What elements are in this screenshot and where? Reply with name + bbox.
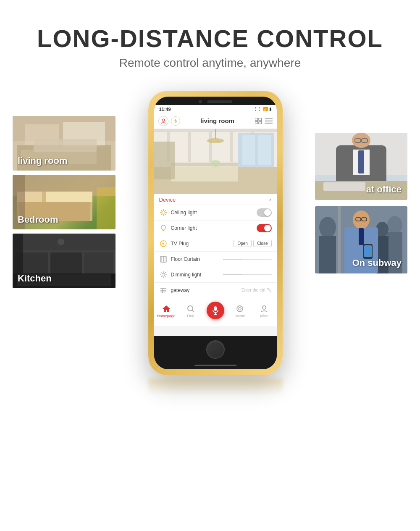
- scene-label: Scene: [234, 314, 245, 318]
- phone-home-button-area: [154, 336, 277, 363]
- svg-rect-27: [259, 118, 262, 121]
- page-title: LONG-DISTANCE CONTROL: [8, 25, 412, 52]
- ceiling-light-toggle[interactable]: [257, 208, 272, 217]
- floor-curtain-slider[interactable]: [223, 259, 272, 260]
- nav-item-homepage[interactable]: Homepage: [154, 305, 178, 318]
- dimming-light-name: Dimming light: [171, 272, 220, 278]
- nav-item-find[interactable]: Find: [178, 305, 203, 318]
- grid-icon[interactable]: [255, 118, 262, 124]
- svg-line-72: [165, 272, 166, 273]
- bedroom-label: Bedroom: [18, 214, 58, 225]
- svg-line-59: [161, 214, 162, 215]
- left-room-column: living room Bedroom: [13, 116, 116, 288]
- svg-rect-50: [154, 142, 175, 179]
- user-settings-icon[interactable]: [158, 116, 168, 126]
- dimming-light-icon: [159, 271, 168, 279]
- corner-light-icon: [159, 224, 168, 232]
- svg-line-58: [165, 210, 166, 211]
- close-button[interactable]: Close: [253, 240, 272, 247]
- device-section: Device ∧: [154, 194, 277, 298]
- home-button[interactable]: [206, 340, 225, 359]
- room-image-kitchen[interactable]: Kitchen: [13, 234, 116, 288]
- svg-rect-21: [84, 252, 113, 273]
- svg-line-73: [161, 276, 162, 277]
- device-item-ceiling-light: Ceiling light: [154, 205, 277, 220]
- svg-rect-37: [188, 132, 191, 162]
- mic-icon: [212, 306, 219, 315]
- device-item-floor-curtain: Floor Curtain: [154, 251, 277, 267]
- header-right-icons: [255, 118, 273, 124]
- svg-point-105: [353, 210, 370, 229]
- app-room-title: living room: [183, 117, 252, 124]
- mine-label: Mine: [260, 314, 269, 318]
- open-button[interactable]: Open: [234, 240, 251, 247]
- device-section-label: Device: [159, 197, 176, 203]
- corner-light-toggle[interactable]: [257, 224, 272, 232]
- svg-point-65: [162, 273, 165, 276]
- find-label: Find: [187, 314, 194, 318]
- mic-button[interactable]: [207, 302, 224, 319]
- svg-rect-112: [338, 206, 341, 273]
- phone-bottom-bar: [154, 363, 277, 369]
- home-nav-icon: [162, 305, 171, 313]
- app-interior-scene: [154, 129, 277, 194]
- list-icon[interactable]: [265, 118, 273, 124]
- svg-rect-60: [163, 230, 164, 231]
- dimming-light-slider[interactable]: [223, 274, 272, 275]
- nav-item-scene[interactable]: Scene: [228, 305, 252, 318]
- subway-label: On subway: [352, 258, 402, 268]
- svg-rect-39: [230, 132, 233, 162]
- svg-rect-48: [171, 163, 238, 166]
- svg-line-57: [165, 214, 166, 215]
- gateway-icon: [159, 286, 168, 294]
- svg-point-23: [58, 239, 64, 245]
- svg-point-45: [207, 138, 224, 143]
- collapse-icon[interactable]: ∧: [269, 197, 272, 202]
- svg-rect-24: [13, 234, 23, 273]
- svg-rect-96: [323, 182, 365, 191]
- svg-point-78: [188, 306, 193, 311]
- svg-rect-26: [255, 118, 258, 121]
- context-image-office: at office: [315, 133, 407, 200]
- svg-point-85: [262, 306, 266, 309]
- gateway-name: gateway: [171, 287, 220, 293]
- svg-line-70: [161, 272, 162, 273]
- status-bar: 11:49 ⋮⋮ 📶 ▮: [154, 105, 277, 113]
- phone-camera: [199, 100, 202, 103]
- main-content: living room Bedroom: [0, 82, 420, 412]
- device-item-corner-light: Corner light: [154, 220, 277, 236]
- svg-point-51: [162, 211, 165, 214]
- app-header-bar: living room: [154, 113, 277, 129]
- svg-point-98: [319, 217, 336, 238]
- svg-point-49: [210, 160, 220, 167]
- right-context-column: at office: [315, 133, 407, 273]
- kitchen-label: Kitchen: [18, 273, 52, 284]
- device-item-gateway: gateway Enter the ctrl Pg: [154, 282, 277, 298]
- gateway-input[interactable]: Enter the ctrl Pg: [223, 288, 272, 292]
- room-image-bedroom[interactable]: Bedroom: [13, 175, 116, 229]
- device-item-dimming-light: Dimming light: [154, 267, 277, 282]
- homepage-label: Homepage: [157, 314, 176, 318]
- svg-rect-11: [46, 192, 92, 202]
- svg-rect-90: [358, 150, 364, 173]
- svg-rect-99: [319, 236, 336, 273]
- corner-light-name: Corner light: [171, 225, 253, 231]
- page-subtitle: Remote control anytime, anywhere: [8, 56, 412, 70]
- phone: 11:49 ⋮⋮ 📶 ▮: [148, 91, 283, 395]
- phone-reflection: [148, 379, 283, 395]
- page-header: LONG-DISTANCE CONTROL Remote control any…: [0, 0, 420, 82]
- room-image-living[interactable]: living room: [13, 116, 116, 171]
- nav-item-mine[interactable]: Mine: [252, 305, 276, 318]
- svg-rect-111: [364, 245, 372, 257]
- phone-container: 11:49 ⋮⋮ 📶 ▮: [116, 91, 315, 395]
- living-room-label: living room: [18, 155, 68, 166]
- svg-rect-38: [209, 132, 212, 162]
- svg-rect-13: [97, 187, 116, 229]
- nav-item-mic[interactable]: [203, 302, 227, 321]
- svg-point-25: [162, 119, 165, 121]
- svg-line-71: [165, 276, 166, 277]
- flash-icon[interactable]: [171, 116, 180, 126]
- ceiling-light-icon: [159, 208, 168, 217]
- office-label: at office: [366, 184, 402, 195]
- phone-inner-shell: 11:49 ⋮⋮ 📶 ▮: [154, 97, 277, 369]
